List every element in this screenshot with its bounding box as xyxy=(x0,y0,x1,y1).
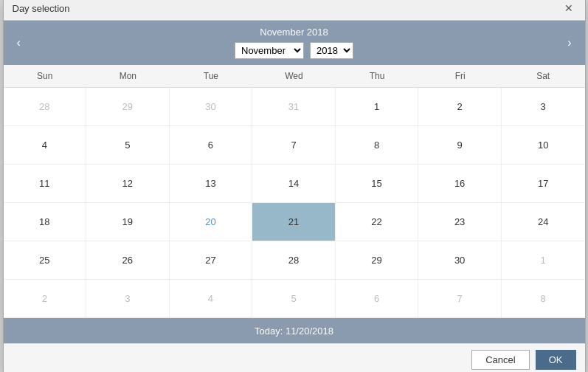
action-bar: Cancel OK xyxy=(4,343,585,372)
day-cell[interactable]: 24 xyxy=(502,203,585,241)
day-cell[interactable]: 7 xyxy=(252,126,336,165)
day-selection-dialog: Day selection ✕ ‹ November 2018 JanuaryF… xyxy=(3,0,586,372)
weekday-cell: Tue xyxy=(170,65,253,87)
weekday-cell: Mon xyxy=(86,65,170,87)
header-inner: November 2018 JanuaryFebruaryMarchAprilM… xyxy=(15,27,573,59)
today-text: Today: 11/20/2018 xyxy=(255,326,333,337)
day-cell[interactable]: 30 xyxy=(418,241,502,280)
day-cell[interactable]: 19 xyxy=(86,203,170,241)
days-grid: 2829303112345678910111213141516171819202… xyxy=(4,88,585,318)
day-cell[interactable]: 7 xyxy=(418,280,502,318)
day-cell[interactable]: 8 xyxy=(502,280,585,318)
day-cell[interactable]: 10 xyxy=(502,126,585,165)
ok-button[interactable]: OK xyxy=(536,350,576,370)
day-cell[interactable]: 2 xyxy=(418,88,502,126)
day-cell[interactable]: 13 xyxy=(170,165,253,203)
day-cell[interactable]: 12 xyxy=(86,165,170,203)
day-cell[interactable]: 21 xyxy=(252,203,336,241)
day-cell[interactable]: 23 xyxy=(418,203,502,241)
day-cell[interactable]: 27 xyxy=(170,241,253,280)
day-cell[interactable]: 6 xyxy=(170,126,253,165)
weekday-cell: Wed xyxy=(252,65,336,87)
weekday-cell: Sun xyxy=(4,65,87,87)
day-cell[interactable]: 15 xyxy=(336,165,419,203)
day-cell[interactable]: 9 xyxy=(418,126,502,165)
day-cell[interactable]: 3 xyxy=(86,280,170,318)
weekday-cell: Fri xyxy=(418,65,502,87)
day-cell[interactable]: 31 xyxy=(252,88,336,126)
day-cell[interactable]: 5 xyxy=(86,126,170,165)
day-cell[interactable]: 14 xyxy=(252,165,336,203)
weekdays-row: SunMonTueWedThuFriSat xyxy=(4,65,585,88)
day-cell[interactable]: 22 xyxy=(336,203,419,241)
cancel-button[interactable]: Cancel xyxy=(471,350,529,370)
day-cell[interactable]: 26 xyxy=(86,241,170,280)
day-cell[interactable]: 4 xyxy=(4,126,87,165)
day-cell[interactable]: 30 xyxy=(170,88,253,126)
day-cell[interactable]: 4 xyxy=(170,280,253,318)
day-cell[interactable]: 20 xyxy=(170,203,253,241)
footer-bar: Today: 11/20/2018 xyxy=(4,318,585,343)
dialog-title: Day selection xyxy=(13,3,70,14)
day-cell[interactable]: 1 xyxy=(502,241,585,280)
day-cell[interactable]: 28 xyxy=(4,88,87,126)
next-month-button[interactable]: › xyxy=(561,35,577,51)
weekday-cell: Sat xyxy=(502,65,585,87)
weekday-cell: Thu xyxy=(336,65,419,87)
month-year-title: November 2018 xyxy=(260,27,328,38)
day-cell[interactable]: 1 xyxy=(336,88,419,126)
day-cell[interactable]: 5 xyxy=(252,280,336,318)
day-cell[interactable]: 16 xyxy=(418,165,502,203)
day-cell[interactable]: 28 xyxy=(252,241,336,280)
calendar-body: SunMonTueWedThuFriSat 282930311234567891… xyxy=(4,65,585,318)
prev-month-button[interactable]: ‹ xyxy=(11,35,27,51)
day-cell[interactable]: 6 xyxy=(336,280,419,318)
day-cell[interactable]: 8 xyxy=(336,126,419,165)
day-cell[interactable]: 18 xyxy=(4,203,87,241)
header-controls: JanuaryFebruaryMarchAprilMayJuneJulyAugu… xyxy=(235,42,353,59)
day-cell[interactable]: 2 xyxy=(4,280,87,318)
day-cell[interactable]: 17 xyxy=(502,165,585,203)
calendar-header: ‹ November 2018 JanuaryFebruaryMarchApri… xyxy=(4,21,585,65)
month-select[interactable]: JanuaryFebruaryMarchAprilMayJuneJulyAugu… xyxy=(235,42,304,59)
day-cell[interactable]: 11 xyxy=(4,165,87,203)
day-cell[interactable]: 25 xyxy=(4,241,87,280)
day-cell[interactable]: 29 xyxy=(86,88,170,126)
close-button[interactable]: ✕ xyxy=(561,2,576,14)
year-select[interactable]: 201520162017201820192020 xyxy=(310,42,353,59)
day-cell[interactable]: 3 xyxy=(502,88,585,126)
day-cell[interactable]: 29 xyxy=(336,241,419,280)
title-bar: Day selection ✕ xyxy=(4,0,585,21)
